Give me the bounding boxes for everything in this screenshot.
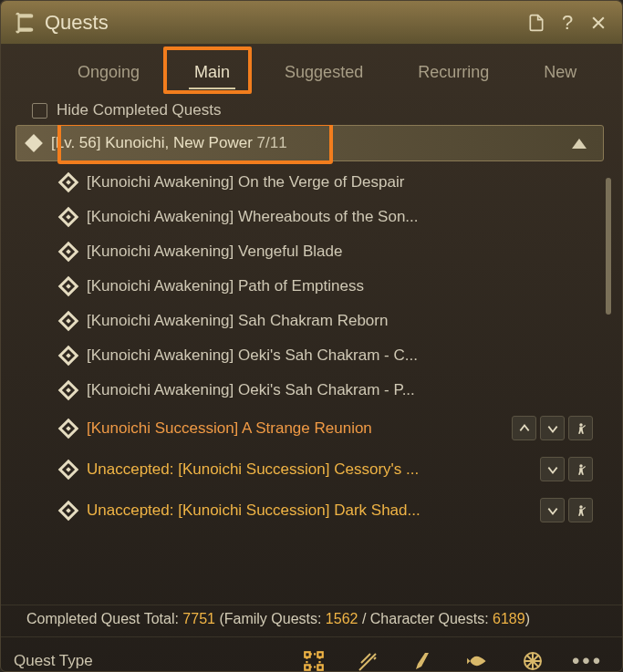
quest-diamond-icon xyxy=(58,311,79,332)
tab-main[interactable]: Main xyxy=(180,56,244,89)
close-icon[interactable] xyxy=(586,10,611,36)
quest-diamond-icon xyxy=(58,500,79,521)
quest-item[interactable]: [Kunoichi Awakening] Sah Chakram Reborn xyxy=(16,304,615,338)
quest-item[interactable]: Unaccepted: [Kunoichi Succession] Dark S… xyxy=(16,490,615,531)
quest-item-text: [Kunoichi Awakening] Vengeful Blade xyxy=(87,243,604,261)
quest-item[interactable]: [Kunoichi Awakening] Oeki's Sah Chakram … xyxy=(16,338,615,373)
hide-completed-checkbox[interactable] xyxy=(32,103,47,119)
quest-item-text: [Kunoichi Awakening] Sah Chakram Reborn xyxy=(87,312,604,330)
quest-item-text: [Kunoichi Awakening] Whereabouts of the … xyxy=(87,208,604,226)
quest-diamond-icon xyxy=(58,418,79,439)
quest-actions xyxy=(512,416,593,440)
footer: Quest Type ••• xyxy=(1,636,622,672)
nav-button[interactable] xyxy=(568,498,593,522)
quest-diamond-icon xyxy=(58,172,79,193)
summary-family: 1562 xyxy=(326,611,358,626)
quest-item[interactable]: [Kunoichi Awakening] Oeki's Sah Chakram … xyxy=(16,373,615,408)
page-icon[interactable] xyxy=(524,10,549,36)
quest-actions xyxy=(540,498,593,522)
window-title: Quests xyxy=(45,11,518,35)
quest-item[interactable]: [Kunoichi Succession] A Strange Reunion xyxy=(16,408,615,449)
tab-bar: Ongoing Main Suggested Recurring New xyxy=(1,45,622,92)
group-title: [Lv. 56] Kunoichi, New Power xyxy=(51,134,253,151)
quest-item-text: [Kunoichi Succession] A Strange Reunion xyxy=(87,419,501,438)
svg-point-1 xyxy=(579,464,583,468)
tab-suggested[interactable]: Suggested xyxy=(270,56,378,89)
quest-item-text: Unaccepted: [Kunoichi Succession] Cessor… xyxy=(87,460,529,479)
summary-mid2: / Character Quests: xyxy=(358,611,493,626)
scrollbar[interactable] xyxy=(606,178,611,315)
quest-item[interactable]: [Kunoichi Awakening] Path of Emptiness xyxy=(16,269,615,304)
svg-point-2 xyxy=(579,505,583,509)
quest-diamond-icon xyxy=(58,346,79,367)
quest-diamond-icon xyxy=(58,380,79,401)
quest-type-life-icon[interactable] xyxy=(401,645,445,672)
quest-diamond-icon xyxy=(58,242,79,263)
quest-item-text: Unaccepted: [Kunoichi Succession] Dark S… xyxy=(87,501,529,520)
quest-item[interactable]: [Kunoichi Awakening] Whereabouts of the … xyxy=(16,200,615,234)
tab-recurring[interactable]: Recurring xyxy=(403,56,504,89)
quest-diamond-icon xyxy=(58,207,79,228)
group-progress-done: 7 xyxy=(257,134,265,151)
up-button[interactable] xyxy=(512,416,536,440)
collapse-icon[interactable] xyxy=(572,139,587,149)
quest-item[interactable]: [Kunoichi Awakening] Vengeful Blade xyxy=(16,234,615,269)
quest-item-text: [Kunoichi Awakening] Oeki's Sah Chakram … xyxy=(87,346,604,365)
summary-mid1: (Family Quests: xyxy=(215,611,326,626)
quest-type-combat-icon[interactable] xyxy=(347,645,390,672)
quest-item-text: [Kunoichi Awakening] Oeki's Sah Chakram … xyxy=(87,381,604,399)
more-dots-icon: ••• xyxy=(572,648,603,672)
help-icon[interactable]: ? xyxy=(555,10,580,36)
summary-total: 7751 xyxy=(182,611,215,626)
svg-rect-4 xyxy=(317,652,322,656)
hide-completed-label: Hide Completed Quests xyxy=(57,101,221,119)
summary: Completed Quest Total: 7751 (Family Ques… xyxy=(1,605,622,636)
quests-window: Quests ? Ongoing Main Suggested Recurrin… xyxy=(0,0,623,672)
quest-item-text: [Kunoichi Awakening] On the Verge of Des… xyxy=(87,173,604,191)
nav-button[interactable] xyxy=(568,457,593,481)
quest-diamond-icon xyxy=(58,276,79,297)
footer-label: Quest Type xyxy=(14,652,93,670)
down-button[interactable] xyxy=(540,498,565,522)
quest-item[interactable]: [Kunoichi Awakening] On the Verge of Des… xyxy=(16,165,615,200)
nav-button[interactable] xyxy=(568,416,593,440)
filter-row: Hide Completed Quests xyxy=(1,92,622,125)
titlebar: Quests ? xyxy=(1,1,622,45)
summary-prefix: Completed Quest Total: xyxy=(26,611,182,626)
down-button[interactable] xyxy=(540,457,565,481)
summary-suffix: ) xyxy=(525,611,530,626)
svg-point-0 xyxy=(579,423,583,427)
tab-new[interactable]: New xyxy=(529,56,591,89)
group-progress-total: /11 xyxy=(265,134,287,151)
quest-diamond-icon xyxy=(58,459,79,480)
quest-group-header[interactable]: [Lv. 56] Kunoichi, New Power 7/11 xyxy=(16,125,604,161)
more-button[interactable]: ••• xyxy=(566,645,609,672)
tab-ongoing[interactable]: Ongoing xyxy=(63,56,154,89)
quest-item[interactable]: Unaccepted: [Kunoichi Succession] Cessor… xyxy=(16,449,615,490)
svg-rect-3 xyxy=(305,652,309,656)
quest-actions xyxy=(540,457,593,481)
quest-item-text: [Kunoichi Awakening] Path of Emptiness xyxy=(87,277,604,295)
svg-rect-6 xyxy=(317,665,322,669)
quest-scroll-icon xyxy=(12,11,36,35)
group-diamond-icon xyxy=(25,134,43,152)
down-button[interactable] xyxy=(540,416,565,440)
quest-list: [Lv. 56] Kunoichi, New Power 7/11 [Kunoi… xyxy=(16,125,615,605)
summary-char: 6189 xyxy=(493,611,525,626)
quest-type-fish-icon[interactable] xyxy=(456,645,500,672)
quest-type-all-icon[interactable] xyxy=(292,645,336,672)
quest-type-explore-icon[interactable] xyxy=(511,645,555,672)
svg-rect-5 xyxy=(305,665,309,669)
